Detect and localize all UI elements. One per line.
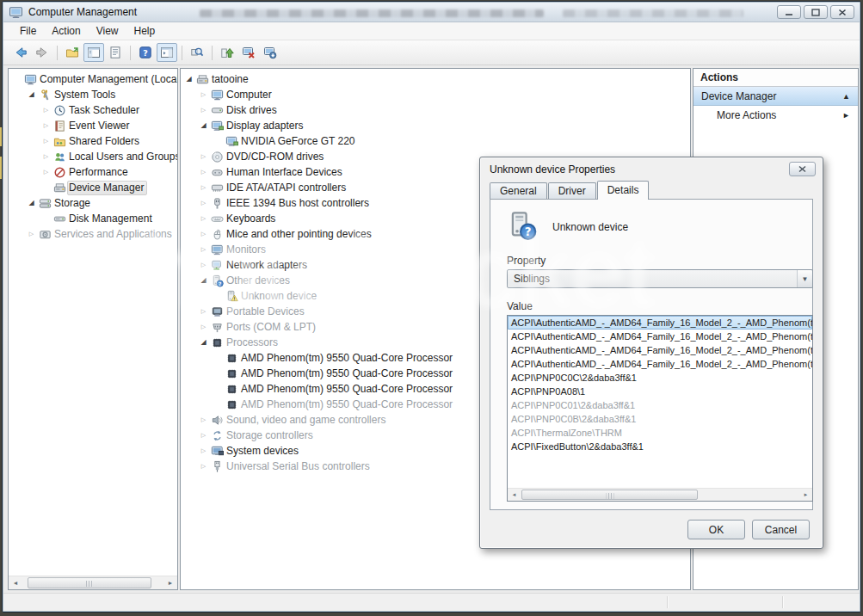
tree-item[interactable]: ◢Display adapters [181, 118, 690, 133]
dialog-close-button[interactable] [789, 162, 816, 176]
actions-group-device-manager[interactable]: Device Manager ▲ [693, 87, 858, 106]
expand-twisty-icon[interactable]: ▷ [198, 412, 209, 428]
tree-item-label: AMD Phenom(tm) 9550 Quad-Core Processor [239, 351, 456, 366]
maximize-button[interactable] [804, 5, 828, 19]
tree-item[interactable]: ◢Storage [9, 195, 177, 211]
tree-item[interactable]: ▷Performance [9, 164, 177, 180]
toolbar-separator [182, 46, 182, 60]
collapse-twisty-icon[interactable]: ◢ [198, 335, 209, 350]
expand-twisty-icon[interactable]: ▷ [198, 242, 209, 257]
value-list-item[interactable]: ACPI\PNP0C0B\2&daba3ff&1 [508, 412, 812, 426]
disable-device-icon[interactable] [238, 43, 259, 62]
forward-icon[interactable] [32, 43, 52, 62]
expand-twisty-icon[interactable]: ▷ [198, 180, 209, 195]
value-list-item[interactable]: ACPI\PNP0C0C\2&daba3ff&1 [508, 371, 812, 385]
scroll-left-icon[interactable]: ◄ [508, 489, 521, 501]
console-tree-icon[interactable] [83, 43, 104, 62]
expand-twisty-icon[interactable]: ▷ [198, 428, 209, 443]
status-bar-divider [667, 596, 668, 608]
collapse-twisty-icon[interactable]: ◢ [198, 273, 209, 288]
expand-twisty-icon[interactable]: ▷ [198, 195, 209, 211]
scrollbar-thumb[interactable] [521, 490, 698, 500]
export-list-icon[interactable] [62, 43, 83, 62]
menu-item-view[interactable]: View [89, 23, 126, 39]
collapse-twisty-icon[interactable]: ◢ [183, 71, 194, 87]
properties-icon[interactable] [105, 43, 126, 62]
tree-item[interactable]: ▷Computer [181, 87, 690, 102]
cancel-button[interactable]: Cancel [752, 520, 810, 539]
help-icon[interactable]: ? [135, 43, 156, 62]
tree-item[interactable]: ◢System Tools [9, 87, 177, 102]
collapse-chevron-icon[interactable]: ▲ [842, 92, 850, 101]
collapse-twisty-icon[interactable]: ◢ [26, 87, 37, 102]
menu-item-file[interactable]: File [12, 23, 44, 39]
value-list-item[interactable]: ACPI\ThermalZone\THRM [508, 426, 812, 440]
value-list-item[interactable]: ACPI\AuthenticAMD_-_AMD64_Family_16_Mode… [508, 330, 812, 343]
expand-twisty-icon[interactable]: ▷ [198, 164, 209, 180]
menu-bar: FileActionViewHelp [3, 22, 860, 40]
tree-item[interactable]: NVIDIA GeForce GT 220 [181, 133, 690, 149]
minimize-button[interactable] [777, 5, 801, 19]
scroll-left-icon[interactable]: ◄ [9, 576, 22, 589]
tab-general[interactable]: General [490, 182, 547, 199]
scroll-right-icon[interactable]: ► [799, 489, 812, 501]
tree-item[interactable]: ▷Disk drives [181, 102, 690, 118]
value-list-item[interactable]: ACPI\AuthenticAMD_-_AMD64_Family_16_Mode… [508, 316, 812, 330]
collapse-twisty-icon[interactable]: ◢ [26, 195, 37, 211]
close-button[interactable] [830, 5, 854, 19]
expand-twisty-icon[interactable]: ▷ [198, 102, 209, 118]
property-dropdown[interactable]: Siblings ▼ [507, 269, 813, 288]
menu-item-action[interactable]: Action [44, 23, 88, 39]
expand-twisty-icon[interactable]: ▷ [198, 459, 209, 474]
expand-twisty-icon[interactable]: ▷ [40, 149, 52, 164]
menu-item-help[interactable]: Help [126, 23, 163, 39]
value-list-item[interactable]: ACPI\AuthenticAMD_-_AMD64_Family_16_Mode… [508, 343, 812, 357]
scrollbar-thumb[interactable] [28, 577, 151, 588]
tree-item[interactable]: ▷Event Viewer [9, 118, 177, 133]
expand-twisty-icon[interactable]: ▷ [198, 226, 209, 242]
update-driver-icon[interactable] [217, 43, 237, 62]
expand-twisty-icon[interactable]: ▷ [198, 211, 209, 226]
expand-twisty-icon[interactable]: ▷ [26, 226, 37, 242]
back-icon[interactable] [10, 43, 31, 62]
value-list-horizontal-scrollbar[interactable]: ◄ ► [508, 488, 812, 501]
tree-item[interactable]: ▷Services and Applications [9, 226, 177, 242]
value-list-item[interactable]: ACPI\AuthenticAMD_-_AMD64_Family_16_Mode… [508, 357, 812, 371]
tree-item[interactable]: Disk Management [9, 211, 177, 226]
tab-driver[interactable]: Driver [548, 182, 596, 199]
expand-twisty-icon[interactable]: ▷ [198, 319, 209, 335]
tab-details[interactable]: Details [597, 181, 650, 200]
monitor-icon [209, 243, 225, 256]
left-panel-horizontal-scrollbar[interactable]: ◄ ► [9, 576, 177, 589]
expand-twisty-icon[interactable]: ▷ [198, 304, 209, 319]
scroll-right-icon[interactable]: ► [163, 576, 177, 589]
action-pane-icon[interactable] [157, 43, 177, 62]
tree-item[interactable]: ▷Local Users and Groups [9, 149, 177, 164]
tree-item-label: System devices [225, 444, 302, 459]
expand-twisty-icon[interactable]: ▷ [198, 443, 209, 459]
tree-item[interactable]: Device Manager [9, 180, 177, 195]
tree-item[interactable]: Computer Management (Local [9, 71, 177, 87]
dialog-tabs: GeneralDriverDetails [480, 181, 823, 199]
tree-item[interactable]: ▷Task Scheduler [9, 102, 177, 118]
computer-icon [22, 72, 38, 86]
collapse-twisty-icon[interactable]: ◢ [198, 118, 209, 133]
expand-twisty-icon[interactable]: ▷ [198, 257, 209, 273]
scan-hardware-icon[interactable] [187, 43, 207, 62]
expand-twisty-icon[interactable]: ▷ [40, 164, 52, 180]
ok-button[interactable]: OK [687, 520, 745, 539]
value-list-item[interactable]: ACPI\PNP0C01\2&daba3ff&1 [508, 398, 812, 412]
expand-twisty-icon[interactable]: ▷ [40, 118, 52, 133]
value-list-item[interactable]: ACPI\PNP0A08\1 [508, 385, 812, 398]
value-list-item[interactable]: ACPI\FixedButton\2&daba3ff&1 [508, 440, 812, 453]
tree-item[interactable]: ▷Shared Folders [9, 133, 177, 149]
uninstall-device-icon[interactable] [260, 43, 280, 62]
tree-item[interactable]: ◢tatooine [181, 71, 690, 87]
dropdown-arrow-icon[interactable]: ▼ [797, 270, 812, 287]
expand-twisty-icon[interactable]: ▷ [198, 87, 209, 102]
expand-twisty-icon[interactable]: ▷ [40, 133, 52, 149]
expand-twisty-icon[interactable]: ▷ [198, 149, 209, 164]
services-icon [37, 227, 52, 241]
more-actions-item[interactable]: More Actions ► [693, 106, 858, 125]
expand-twisty-icon[interactable]: ▷ [40, 102, 52, 118]
